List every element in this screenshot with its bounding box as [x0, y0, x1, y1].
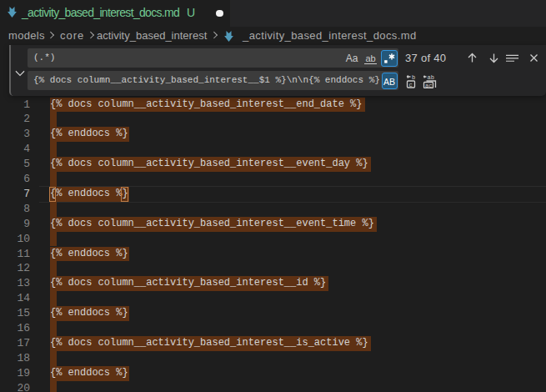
svg-text:ab: ab — [428, 74, 434, 81]
svg-text:c: c — [409, 82, 413, 88]
svg-text:ac: ac — [425, 83, 432, 89]
svg-text:b: b — [412, 74, 415, 81]
